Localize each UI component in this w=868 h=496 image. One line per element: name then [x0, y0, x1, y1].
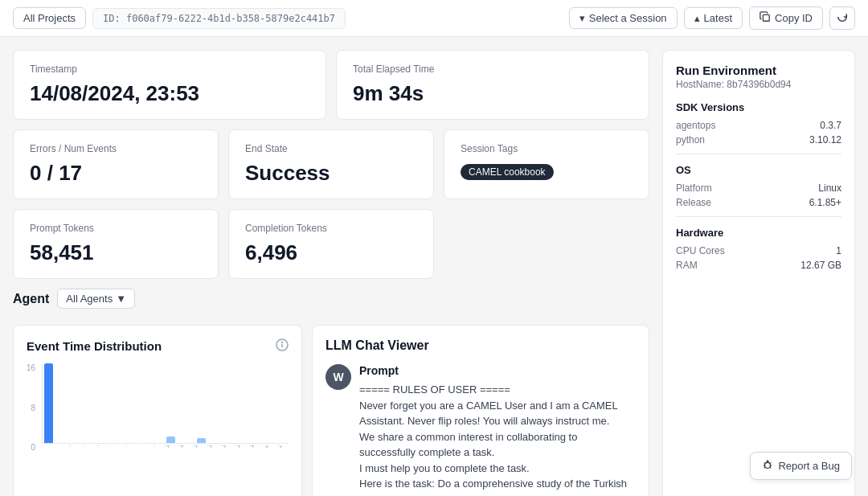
avatar: W [326, 364, 351, 390]
svg-line-11 [770, 467, 772, 469]
sdk-versions-title: SDK Versions [676, 101, 841, 113]
release-label: Release [676, 197, 711, 208]
run-env-hostname: HostName: 8b74396b0d94 [676, 79, 841, 90]
agent-label: Agent [13, 292, 49, 306]
completion-tokens-value: 6,496 [245, 240, 417, 265]
cards-row-3: Prompt Tokens 58,451 Completion Tokens 6… [13, 209, 649, 279]
completion-tokens-card: Completion Tokens 6,496 [228, 209, 434, 279]
cpu-value: 1 [836, 245, 841, 256]
python-label: python [676, 134, 705, 146]
prompt-tokens-label: Prompt Tokens [30, 223, 202, 234]
errors-card: Errors / Num Events 0 / 17 [13, 129, 219, 199]
errors-label: Errors / Num Events [30, 143, 202, 154]
llm-chat-card: LLM Chat Viewer W Prompt ===== RULES OF … [312, 325, 649, 496]
svg-point-3 [282, 342, 283, 343]
cards-row-1: Timestamp 14/08/2024, 23:53 Total Elapse… [13, 50, 649, 120]
cards-row-2: Errors / Num Events 0 / 17 End State Suc… [13, 129, 649, 199]
ram-row: RAM 12.67 GB [676, 260, 841, 271]
report-bug-button[interactable]: Report a Bug [750, 452, 852, 480]
chat-message: W Prompt ===== RULES OF USER ===== Never… [326, 364, 636, 496]
chevron-up-icon: ▴ [694, 12, 700, 24]
bug-icon [762, 459, 773, 473]
main-content: Timestamp 14/08/2024, 23:53 Total Elapse… [0, 37, 868, 496]
chevron-down-icon: ▾ [579, 12, 585, 24]
session-tags-card: Session Tags CAMEL cookbook [444, 129, 649, 199]
svg-line-8 [764, 462, 766, 464]
ram-label: RAM [676, 260, 698, 271]
divider-1 [676, 154, 841, 154]
llm-chat-title: LLM Chat Viewer [326, 338, 636, 353]
empty-card [444, 209, 649, 279]
chart-card: Event Time Distribution 16 8 0 [13, 325, 302, 496]
timestamp-card: Timestamp 14/08/2024, 23:53 [13, 50, 326, 120]
latest-button[interactable]: ▴ Latest [684, 7, 743, 29]
completion-tokens-label: Completion Tokens [245, 223, 417, 234]
select-session-button[interactable]: ▾ Select a Session [569, 7, 678, 29]
agent-dropdown[interactable]: All Agents ▼ [57, 289, 135, 309]
cpu-row: CPU Cores 1 [676, 245, 841, 256]
chevron-down-icon: ▼ [116, 293, 126, 305]
report-bug-label: Report a Bug [778, 460, 840, 472]
svg-line-10 [764, 467, 766, 469]
release-value: 6.1.85+ [809, 197, 841, 208]
python-value: 3.10.12 [809, 134, 841, 146]
agentops-label: agentops [676, 120, 715, 131]
session-tags-label: Session Tags [461, 143, 633, 154]
os-title: OS [676, 164, 841, 176]
platform-row: Platform Linux [676, 182, 841, 194]
agentops-value: 0.3.7 [820, 120, 841, 131]
timestamp-value: 14/08/2024, 23:53 [30, 81, 309, 106]
chart-title: Event Time Distribution [27, 339, 162, 353]
session-id: ID: f060af79-6222-4b1d-b358-5879e2c441b7 [92, 8, 346, 29]
cpu-label: CPU Cores [676, 245, 725, 256]
agent-bar: Agent All Agents ▼ [13, 289, 649, 309]
all-projects-button[interactable]: All Projects [13, 7, 86, 29]
svg-rect-0 [763, 14, 769, 21]
release-row: Release 6.1.85+ [676, 197, 841, 208]
chart-bars [42, 363, 289, 444]
end-state-label: End State [245, 143, 417, 154]
bottom-row: Event Time Distribution 16 8 0 [13, 325, 649, 496]
python-row: python 3.10.12 [676, 134, 841, 146]
chart-x-axis: 0.0 1.5 3.0 4.5 6.0 7.5 9.0 10.5 12.0 13… [42, 445, 289, 453]
hardware-title: Hardware [676, 227, 841, 239]
divider-2 [676, 216, 841, 217]
ram-value: 12.67 GB [800, 260, 841, 271]
platform-label: Platform [676, 182, 712, 194]
prompt-tokens-value: 58,451 [30, 240, 202, 265]
message-role: Prompt [359, 364, 636, 377]
left-column: Timestamp 14/08/2024, 23:53 Total Elapse… [13, 50, 649, 496]
run-env-title: Run Environment [676, 64, 841, 77]
copy-icon [760, 11, 771, 25]
errors-value: 0 / 17 [30, 161, 202, 186]
session-tag-badge: CAMEL cookbook [461, 164, 554, 180]
topbar: All Projects ID: f060af79-6222-4b1d-b358… [0, 0, 868, 37]
message-text: ===== RULES OF USER ===== Never forget y… [359, 382, 636, 496]
platform-value: Linux [818, 182, 841, 194]
svg-line-9 [770, 462, 772, 464]
total-elapsed-label: Total Elapsed Time [353, 64, 633, 75]
right-panel: Run Environment HostName: 8b74396b0d94 S… [662, 50, 855, 496]
end-state-card: End State Success [228, 129, 434, 199]
agentops-row: agentops 0.3.7 [676, 120, 841, 131]
prompt-tokens-card: Prompt Tokens 58,451 [13, 209, 219, 279]
refresh-button[interactable] [829, 6, 855, 30]
total-elapsed-value: 9m 34s [353, 81, 633, 106]
message-content: Prompt ===== RULES OF USER ===== Never f… [359, 364, 636, 496]
refresh-icon [837, 11, 848, 25]
copy-id-button[interactable]: Copy ID [749, 6, 823, 30]
chart-y-axis: 16 8 0 [27, 363, 35, 452]
info-icon [276, 338, 289, 354]
timestamp-label: Timestamp [30, 64, 309, 75]
end-state-value: Success [245, 161, 417, 186]
total-elapsed-card: Total Elapsed Time 9m 34s [336, 50, 649, 120]
